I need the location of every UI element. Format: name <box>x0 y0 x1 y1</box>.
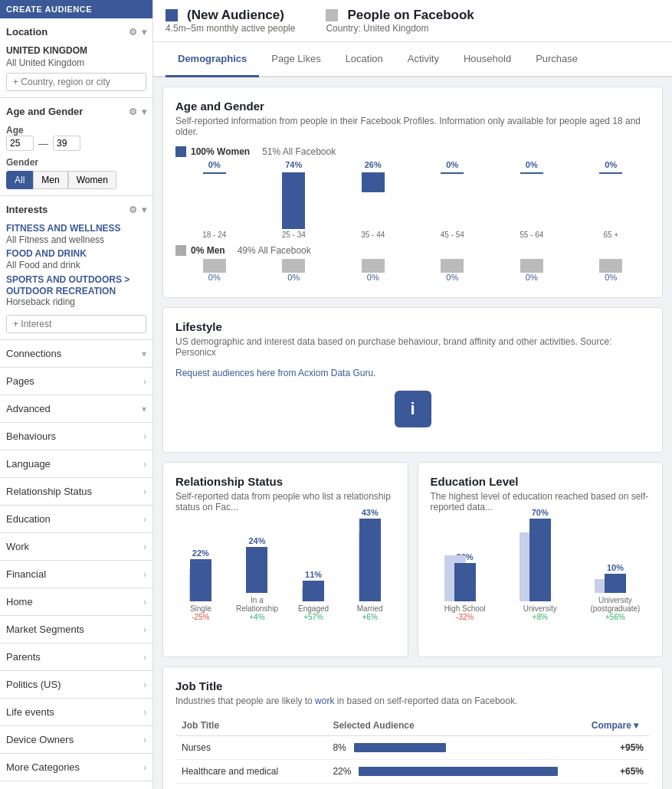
age-gender-header[interactable]: Age and Gender ⚙ ▾ <box>0 98 152 125</box>
bar-pct-55-64-men: 0% <box>526 273 538 285</box>
job-title-nurses: Nurses <box>175 736 326 760</box>
relationship-status-card: Relationship Status Self-reported data f… <box>162 462 408 657</box>
pages-row[interactable]: Pages › <box>0 368 152 395</box>
work-row[interactable]: Work › <box>0 533 152 561</box>
interests-settings-icon[interactable]: ⚙ <box>129 205 137 215</box>
education-level-card: Education Level The highest level of edu… <box>418 462 664 657</box>
age-gender-collapse-icon[interactable]: ▾ <box>142 106 146 117</box>
gender-men-button[interactable]: Men <box>33 171 67 189</box>
interest-input[interactable] <box>6 315 146 333</box>
edu-university-diff: +8% <box>533 613 548 621</box>
tab-demographics[interactable]: Demographics <box>166 42 259 77</box>
education-bars: 20% High School -32% 70% <box>431 522 651 644</box>
age-label-18-24: 18 - 24 <box>175 231 254 239</box>
rel-single-pct: 22% <box>192 548 209 558</box>
sports-outdoors-link[interactable]: SPORTS AND OUTDOORS > OUTDOOR RECREATION <box>6 274 129 296</box>
main-content: (New Audience) 4.5m–5m monthly active pe… <box>153 0 672 789</box>
job-title-table: Job Title Selected Audience Compare ▾ Nu… <box>175 715 650 789</box>
age-label-35-44: 35 - 44 <box>334 231 412 239</box>
job-title-healthcare: Healthcare and medical <box>175 760 326 784</box>
location-section-header[interactable]: Location ⚙ ▾ <box>0 18 152 45</box>
info-icon: i <box>395 391 431 427</box>
bar-group-45-54-men: 0% <box>414 259 492 285</box>
bar-18-24-men <box>203 259 226 273</box>
age-gender-settings-icon[interactable]: ⚙ <box>129 106 137 117</box>
language-row[interactable]: Language › <box>0 450 152 478</box>
rel-single-bar-aud <box>190 559 211 601</box>
fitness-wellness-link[interactable]: FITNESS AND WELLNESS <box>6 223 146 234</box>
behaviours-row[interactable]: Behaviours › <box>0 423 152 450</box>
age-max-input[interactable] <box>53 136 80 151</box>
more-categories-row[interactable]: More Categories › <box>0 754 152 781</box>
politics-row[interactable]: Politics (US) › <box>0 671 152 699</box>
job-row-healthcare: Healthcare and medical 22% +65% <box>175 760 650 784</box>
job-title-work-link[interactable]: work <box>315 696 334 706</box>
gender-buttons: All Men Women <box>6 171 146 189</box>
home-row[interactable]: Home › <box>0 588 152 616</box>
interests-header[interactable]: Interests ⚙ ▾ <box>0 196 152 223</box>
food-drink-link[interactable]: FOOD AND DRINK <box>6 248 146 259</box>
tab-activity[interactable]: Activity <box>395 42 451 77</box>
bar-25-34-men <box>282 259 305 273</box>
location-collapse-icon[interactable]: ▾ <box>142 27 146 38</box>
rel-engaged-pct: 11% <box>305 570 322 579</box>
work-chevron: › <box>143 542 146 552</box>
people-on-facebook-title: People on Facebook <box>326 8 474 23</box>
lifestyle-acxiom-link[interactable]: Request audiences here from Acxiom Data … <box>175 368 375 378</box>
job-diff-community: +37% <box>585 784 650 790</box>
connections-row[interactable]: Connections ▾ <box>0 340 152 368</box>
bar-group-25-34-women: 74% <box>255 160 333 229</box>
financial-row[interactable]: Financial › <box>0 561 152 588</box>
relationship-status-label: Relationship Status <box>6 486 92 497</box>
connections-label: Connections <box>6 348 61 359</box>
bar-group-18-24-women: 0% <box>175 160 254 229</box>
pages-label: Pages <box>6 375 34 387</box>
new-audience-sub: 4.5m–5m monthly active people <box>166 23 295 34</box>
education-level-title: Education Level <box>431 475 651 488</box>
women-legend: 100% Women 51% All Facebook <box>175 146 650 157</box>
rel-bar-single: 22% Single -25% <box>175 522 226 621</box>
content-area: Age and Gender Self-reported information… <box>153 77 672 789</box>
relationship-status-row[interactable]: Relationship Status › <box>0 478 152 506</box>
language-label: Language <box>6 458 51 470</box>
gender-all-button[interactable]: All <box>6 171 33 189</box>
edu-university-bars <box>506 519 575 601</box>
men-bars-container: 0% 0% 0% 0% <box>175 259 650 285</box>
age-dash: — <box>38 138 48 149</box>
tab-page-likes[interactable]: Page Likes <box>259 42 333 77</box>
home-chevron: › <box>143 597 146 607</box>
bar-pct-45-54-women: 0% <box>446 160 458 172</box>
new-audience-title: (New Audience) <box>166 8 295 23</box>
bar-pct-45-54-men: 0% <box>446 273 458 285</box>
tab-purchase[interactable]: Purchase <box>523 42 590 77</box>
device-owners-row[interactable]: Device Owners › <box>0 726 152 754</box>
job-title-card: Job Title Industries that people are lik… <box>162 666 663 789</box>
edu-highschool-bar-aud <box>454 563 476 601</box>
parents-row[interactable]: Parents › <box>0 643 152 671</box>
location-settings-icon[interactable]: ⚙ <box>129 27 137 38</box>
men-legend: 0% Men 49% All Facebook <box>175 245 650 256</box>
age-min-input[interactable] <box>6 136 34 151</box>
market-segments-row[interactable]: Market Segments › <box>0 616 152 643</box>
tab-household[interactable]: Household <box>451 42 523 77</box>
more-categories-chevron: › <box>143 762 146 773</box>
age-gender-section: Age and Gender ⚙ ▾ Age — Gender All Men … <box>0 98 152 196</box>
interests-collapse-icon[interactable]: ▾ <box>142 205 146 215</box>
bar-pct-35-44-men: 0% <box>367 273 379 285</box>
job-col-compare[interactable]: Compare ▾ <box>585 715 650 736</box>
tab-location[interactable]: Location <box>333 42 395 77</box>
bar-pct-65plus-men: 0% <box>605 273 617 285</box>
language-chevron: › <box>143 459 146 470</box>
life-events-row[interactable]: Life events › <box>0 699 152 726</box>
education-row[interactable]: Education › <box>0 506 152 533</box>
location-section: Location ⚙ ▾ UNITED KINGDOM All United K… <box>0 18 152 98</box>
advanced-row[interactable]: Advanced ▾ <box>0 395 152 423</box>
bar-group-35-44-men: 0% <box>334 259 412 285</box>
interests-content: FITNESS AND WELLNESS All Fitness and wel… <box>0 223 152 339</box>
job-title-community: Community and social services <box>175 784 326 790</box>
pages-chevron: › <box>143 376 146 387</box>
gender-women-button[interactable]: Women <box>68 171 116 189</box>
fitness-wellness-sub: All Fitness and wellness <box>6 234 146 245</box>
men-legend-item: 0% Men <box>175 245 225 256</box>
location-input[interactable] <box>6 73 146 91</box>
